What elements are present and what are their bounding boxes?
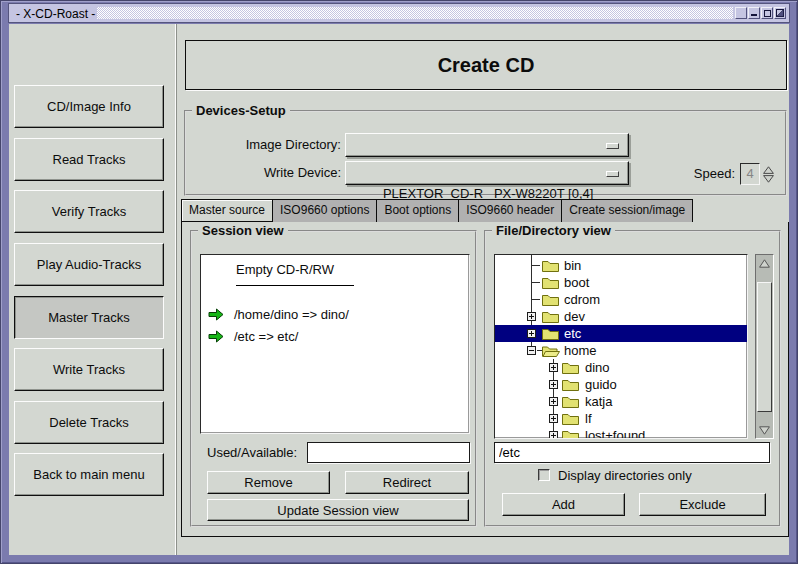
tree-item-dev[interactable]: dev	[495, 308, 747, 325]
tree-item-lf[interactable]: lf	[495, 410, 747, 427]
redirect-button[interactable]: Redirect	[345, 471, 469, 494]
exclude-button[interactable]: Exclude	[639, 493, 766, 516]
folder-icon	[562, 429, 579, 439]
tab-iso9660-header[interactable]: ISO9660 header	[459, 199, 562, 222]
sidebar-item-back-to-main-menu[interactable]: Back to main menu	[14, 453, 164, 496]
sidebar-item-master-tracks[interactable]: Master Tracks	[14, 296, 164, 339]
session-entry-text: /etc => etc/	[234, 329, 298, 344]
tree-item-bin[interactable]: bin	[495, 257, 747, 274]
session-entry-text: /home/dino => dino/	[234, 307, 349, 322]
sidebar-item-write-tracks[interactable]: Write Tracks	[14, 348, 164, 391]
tab-iso9660-options[interactable]: ISO9660 options	[273, 199, 377, 222]
used-available-label: Used/Available:	[207, 442, 297, 463]
display-directories-only-checkbox[interactable]	[538, 469, 550, 481]
folder-icon	[542, 276, 559, 289]
tree-tick	[531, 265, 540, 266]
tab-create-session-image[interactable]: Create session/image	[562, 199, 693, 222]
sidebar-item-read-tracks[interactable]: Read Tracks	[14, 138, 164, 181]
display-directories-only-label: Display directories only	[558, 468, 692, 483]
write-device-label: Write Device:	[186, 161, 341, 185]
spin-up-icon[interactable]	[763, 166, 774, 174]
expand-plus-icon[interactable]	[549, 414, 558, 423]
green-arrow-icon	[208, 308, 224, 321]
expand-plus-icon[interactable]	[527, 329, 536, 338]
open-folder-icon	[542, 344, 560, 357]
speed-value: 4	[740, 163, 760, 185]
scroll-up-button[interactable]	[757, 256, 772, 270]
write-device-dropdown[interactable]: PLEXTOR CD-R PX-W8220T [0,4]	[345, 161, 629, 185]
tree-item-label: bin	[564, 258, 581, 273]
directory-tree[interactable]: bin boot cdrom dev	[494, 254, 748, 439]
window-controls	[735, 7, 786, 19]
expand-plus-icon[interactable]	[549, 397, 558, 406]
folder-icon	[542, 310, 559, 323]
sidebar-item-label: Master Tracks	[48, 310, 130, 325]
scroll-down-button[interactable]	[757, 423, 772, 437]
page-title-text: Create CD	[438, 54, 535, 77]
tree-item-lost-found[interactable]: lost+found	[495, 427, 747, 439]
image-directory-dropdown[interactable]: Automatic	[345, 133, 629, 157]
tree-item-label: katja	[585, 394, 612, 409]
used-available-input[interactable]	[307, 442, 470, 463]
spin-down-icon[interactable]	[763, 175, 774, 183]
folder-icon	[542, 327, 559, 340]
add-button[interactable]: Add	[502, 493, 625, 516]
session-list-header: Empty CD-R/RW	[236, 262, 334, 277]
file-directory-view-frame: File/Directory view bin boot cdr	[484, 230, 781, 527]
tree-item-dino[interactable]: dino	[495, 359, 747, 376]
sidebar-item-cd-image-info[interactable]: CD/Image Info	[14, 85, 164, 128]
session-list[interactable]: Empty CD-R/RW /home/dino => dino/ /etc =…	[200, 254, 470, 434]
expand-plus-icon[interactable]	[549, 431, 558, 439]
window-title: - X-CD-Roast -	[16, 7, 95, 21]
expand-plus-icon[interactable]	[549, 363, 558, 372]
tree-item-etc[interactable]: etc	[495, 325, 747, 342]
session-entry[interactable]: /etc => etc/	[208, 328, 298, 344]
scrollbar-thumb[interactable]	[757, 282, 772, 412]
sidebar-item-label: Delete Tracks	[49, 415, 128, 430]
session-entry[interactable]: /home/dino => dino/	[208, 306, 349, 322]
tree-item-label: lf	[585, 411, 592, 426]
collapse-minus-icon[interactable]	[527, 346, 536, 355]
tree-item-cdrom[interactable]: cdrom	[495, 291, 747, 308]
tree-item-label: lost+found	[585, 428, 645, 439]
tree-item-boot[interactable]: boot	[495, 274, 747, 291]
minimize-button[interactable]	[748, 7, 760, 19]
tab-boot-options[interactable]: Boot options	[377, 199, 459, 222]
sidebar-item-verify-tracks[interactable]: Verify Tracks	[14, 190, 164, 233]
session-view-frame: Session view Empty CD-R/RW /home/dino =>…	[190, 230, 477, 527]
sidebar-divider	[175, 24, 177, 555]
image-directory-label: Image Directory:	[186, 133, 341, 157]
tab-master-source[interactable]: Master source	[181, 199, 273, 222]
expand-plus-icon[interactable]	[527, 312, 536, 321]
tree-item-guido[interactable]: guido	[495, 376, 747, 393]
folder-icon	[562, 412, 579, 425]
scroll-down-icon	[759, 426, 770, 435]
speed-spinner[interactable]	[762, 163, 775, 185]
window-menu-button[interactable]	[735, 7, 747, 19]
minimize-icon	[751, 14, 757, 16]
sidebar-item-play-audio-tracks[interactable]: Play Audio-Tracks	[14, 243, 164, 286]
update-session-view-button[interactable]: Update Session view	[207, 499, 469, 521]
sidebar-item-label: Write Tracks	[53, 362, 125, 377]
tree-item-label: boot	[564, 275, 589, 290]
tree-item-katja[interactable]: katja	[495, 393, 747, 410]
tree-scrollbar[interactable]	[755, 254, 774, 439]
folder-icon	[542, 293, 559, 306]
expand-plus-icon[interactable]	[549, 380, 558, 389]
titlebar-drag-pattern[interactable]	[97, 7, 733, 19]
sidebar-item-label: Verify Tracks	[52, 204, 126, 219]
xcdroast-window: - X-CD-Roast - CD/Image Info Read Tracks…	[0, 0, 798, 564]
tree-item-label: etc	[564, 326, 581, 341]
devices-setup-frame: Devices-Setup Image Directory: Automatic…	[184, 110, 787, 196]
maximize-icon	[764, 10, 771, 17]
restore-button[interactable]	[774, 7, 786, 19]
sidebar-item-delete-tracks[interactable]: Delete Tracks	[14, 401, 164, 444]
path-input[interactable]	[494, 442, 770, 463]
remove-button[interactable]: Remove	[207, 471, 330, 494]
maximize-button[interactable]	[761, 7, 773, 19]
tree-item-home[interactable]: home	[495, 342, 747, 359]
client-area: CD/Image Info Read Tracks Verify Tracks …	[9, 24, 789, 555]
tree-tick	[531, 299, 540, 300]
titlebar[interactable]: - X-CD-Roast -	[8, 3, 790, 23]
option-menu-indicator	[606, 171, 619, 177]
